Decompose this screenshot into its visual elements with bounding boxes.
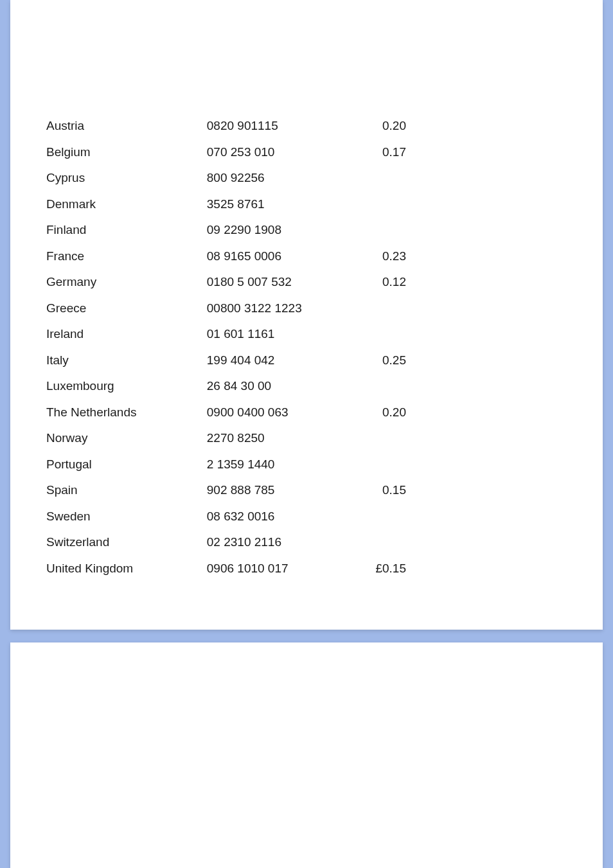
country-cell: Denmark	[46, 191, 207, 218]
country-cell: Ireland	[46, 321, 207, 348]
cost-cell: 0.12	[354, 269, 406, 296]
cost-cell	[354, 321, 406, 348]
number-cell: 01 601 1161	[207, 321, 355, 348]
table-row: United Kingdom0906 1010 017£0.15	[46, 556, 406, 582]
country-cell: Austria	[46, 113, 207, 139]
table-row: Belgium070 253 0100.17	[46, 139, 406, 166]
country-cell: Italy	[46, 348, 207, 374]
country-cell: Portugal	[46, 452, 207, 478]
table-row: The Netherlands0900 0400 0630.20	[46, 400, 406, 426]
cost-cell	[354, 296, 406, 322]
cost-cell	[354, 217, 406, 244]
cost-cell: 0.23	[354, 244, 406, 270]
number-cell: 00800 3122 1223	[207, 296, 355, 322]
country-cell: Spain	[46, 477, 207, 504]
country-cell: Greece	[46, 296, 207, 322]
number-cell: 2270 8250	[207, 425, 355, 452]
country-cell: Luxembourg	[46, 373, 207, 400]
cost-cell: 0.25	[354, 348, 406, 374]
next-document-page	[10, 642, 603, 868]
number-cell: 2 1359 1440	[207, 452, 355, 478]
table-row: Cyprus800 92256	[46, 165, 406, 191]
cost-cell: 0.20	[354, 400, 406, 426]
table-row: Sweden08 632 0016	[46, 504, 406, 530]
table-row: Luxembourg26 84 30 00	[46, 373, 406, 400]
cost-cell	[354, 165, 406, 191]
cost-cell: 0.20	[354, 113, 406, 139]
country-cell: United Kingdom	[46, 556, 207, 582]
number-cell: 0906 1010 017	[207, 556, 355, 582]
cost-cell	[354, 452, 406, 478]
country-cell: The Netherlands	[46, 400, 207, 426]
country-cell: Belgium	[46, 139, 207, 166]
number-cell: 902 888 785	[207, 477, 355, 504]
phone-numbers-table: Austria0820 9011150.20Belgium070 253 010…	[46, 113, 406, 581]
table-row: Italy199 404 0420.25	[46, 348, 406, 374]
table-row: Switzerland02 2310 2116	[46, 529, 406, 556]
table-row: Portugal2 1359 1440	[46, 452, 406, 478]
table-row: France08 9165 00060.23	[46, 244, 406, 270]
table-row: Finland09 2290 1908	[46, 217, 406, 244]
cost-cell	[354, 191, 406, 218]
country-cell: France	[46, 244, 207, 270]
cost-cell	[354, 504, 406, 530]
cost-cell	[354, 529, 406, 556]
country-cell: Germany	[46, 269, 207, 296]
cost-cell: £0.15	[354, 556, 406, 582]
table-row: Norway2270 8250	[46, 425, 406, 452]
number-cell: 0900 0400 063	[207, 400, 355, 426]
country-cell: Finland	[46, 217, 207, 244]
number-cell: 800 92256	[207, 165, 355, 191]
cost-cell	[354, 425, 406, 452]
number-cell: 02 2310 2116	[207, 529, 355, 556]
table-row: Germany0180 5 007 5320.12	[46, 269, 406, 296]
cost-cell: 0.17	[354, 139, 406, 166]
cost-cell	[354, 373, 406, 400]
country-cell: Cyprus	[46, 165, 207, 191]
cost-cell: 0.15	[354, 477, 406, 504]
number-cell: 3525 8761	[207, 191, 355, 218]
number-cell: 0820 901115	[207, 113, 355, 139]
page-content: Austria0820 9011150.20Belgium070 253 010…	[10, 0, 603, 607]
number-cell: 09 2290 1908	[207, 217, 355, 244]
number-cell: 08 9165 0006	[207, 244, 355, 270]
table-row: Greece00800 3122 1223	[46, 296, 406, 322]
number-cell: 070 253 010	[207, 139, 355, 166]
number-cell: 08 632 0016	[207, 504, 355, 530]
country-cell: Switzerland	[46, 529, 207, 556]
document-page: Austria0820 9011150.20Belgium070 253 010…	[10, 0, 603, 630]
table-row: Spain902 888 7850.15	[46, 477, 406, 504]
number-cell: 0180 5 007 532	[207, 269, 355, 296]
country-cell: Sweden	[46, 504, 207, 530]
table-row: Austria0820 9011150.20	[46, 113, 406, 139]
number-cell: 199 404 042	[207, 348, 355, 374]
table-row: Ireland01 601 1161	[46, 321, 406, 348]
country-cell: Norway	[46, 425, 207, 452]
table-row: Denmark3525 8761	[46, 191, 406, 218]
number-cell: 26 84 30 00	[207, 373, 355, 400]
